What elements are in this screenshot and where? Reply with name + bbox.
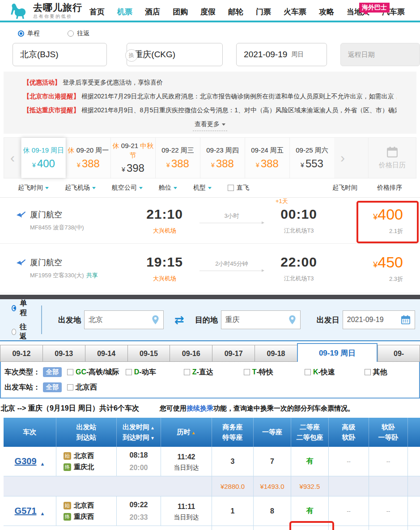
train-date-tab-0915[interactable]: 09-15 (127, 345, 170, 362)
date-tab-0925[interactable]: 09-25 周六 ¥553 (289, 138, 334, 178)
checkbox-icon[interactable] (365, 369, 371, 375)
train-date-tab-0914[interactable]: 09-14 (85, 345, 127, 362)
train-date-tab-0913[interactable]: 09-13 (42, 345, 85, 362)
type-t-checkbox[interactable]: T-特快 (244, 368, 273, 377)
type-k-checkbox[interactable]: K-快速 (305, 368, 335, 377)
checkbox-icon[interactable] (67, 369, 73, 375)
date-tab-0923[interactable]: 09-23 周四 ¥388 (200, 138, 245, 178)
train-link-g571[interactable]: G571 (15, 506, 37, 516)
flight-row-mf1959[interactable]: 厦门航空 MF1959 空客330(大)共享 19:15 大兴机场 2小时45分… (0, 244, 420, 293)
train-date-tab-0912[interactable]: 09-12 (0, 345, 42, 362)
train-to-input[interactable]: 重庆 (221, 310, 301, 329)
header-duration-sort[interactable]: 历时▲ (161, 418, 212, 447)
nav-groupon[interactable]: 团购 (173, 7, 188, 17)
direct-flight-checkbox[interactable]: 直飞 (228, 184, 249, 192)
checkbox-icon[interactable] (244, 369, 250, 375)
location-pin-icon (288, 315, 296, 325)
prev-dates-button[interactable]: ‹ (4, 138, 21, 178)
tab-day: 周四 (225, 146, 239, 154)
train-type-all-button[interactable]: 全部 (43, 367, 62, 377)
filter-aircraft[interactable]: 机型 (193, 184, 212, 192)
type-gc-checkbox[interactable]: GC-高铁/城际 (67, 368, 119, 377)
train-date-input[interactable]: 2021-09-19 (343, 310, 415, 329)
checkbox-icon[interactable] (184, 369, 190, 375)
next-dates-button[interactable]: › (334, 138, 351, 178)
flight-row-mf8455[interactable]: 厦门航空 MF8455 波音738(中) 21:10 大兴机场 3小时 +1天 … (0, 198, 420, 244)
type-other-checkbox[interactable]: 其他 (365, 368, 387, 377)
start-badge: 始 (64, 502, 71, 509)
price-block[interactable]: ¥450 2.3折 (373, 254, 403, 283)
date-tab-0924[interactable]: 09-24 周五 ¥388 (245, 138, 289, 178)
station-beijingxi-checkbox[interactable]: 北京西 (67, 383, 97, 392)
filter-departure-airport[interactable]: 起飞机场 (65, 184, 96, 192)
nav-cruise[interactable]: 邮轮 (228, 7, 243, 17)
round-trip-label: 往返 (77, 30, 89, 38)
checkbox-icon[interactable] (67, 384, 73, 390)
header-train-no[interactable]: 车次 (4, 418, 56, 447)
nav-home[interactable]: 首页 (89, 7, 105, 17)
nav-flights[interactable]: 机票 (117, 7, 132, 17)
filter-cabin[interactable]: 舱位 (159, 184, 177, 192)
radio-unselected-icon[interactable] (12, 329, 16, 335)
overseas-bus-badge[interactable]: 海外巴士 (359, 3, 390, 13)
train-station-all-button[interactable]: 全部 (43, 382, 62, 392)
date-tab-0919[interactable]: 休 09-19 周日 ¥400 (21, 138, 66, 178)
train-date-tab-0917[interactable]: 09-17 (212, 345, 255, 362)
radio-selected-icon[interactable] (18, 30, 24, 37)
date-tab-0921[interactable]: 休 09-21 中秋节 ¥398 (110, 138, 155, 178)
header-times-sort[interactable]: 出发时间▲ 到达时间▼ (117, 418, 161, 447)
arrival-airport: 江北机场T3 (269, 275, 328, 283)
nav-guides[interactable]: 攻略 (319, 7, 334, 17)
checkbox-icon[interactable] (228, 185, 234, 191)
nav-hotel[interactable]: 酒店 (145, 7, 160, 17)
swap-cities-button[interactable]: 换 (125, 49, 138, 62)
type-d-checkbox[interactable]: D-动车 (126, 368, 156, 377)
nav-vacation[interactable]: 度假 (200, 7, 216, 17)
train-from-input[interactable]: 北京 (84, 310, 164, 329)
date-tab-0922[interactable]: 09-22 周三 ¥388 (155, 138, 200, 178)
round-trip-radio[interactable]: 往返 (68, 30, 89, 38)
currency-symbol: ¥ (77, 161, 81, 169)
arrival-city-input[interactable]: 重庆(CKG) (127, 43, 223, 66)
train-date-tab-partial[interactable]: 09- (378, 345, 420, 362)
partial-cell (408, 447, 420, 476)
expand-triangle-icon[interactable]: ▲ (40, 511, 45, 516)
train-swap-icon[interactable]: ⇄ (174, 313, 184, 327)
train-date-tab-0916[interactable]: 09-16 (170, 345, 212, 362)
show-more-button[interactable]: 查看更多 (193, 120, 227, 131)
checkbox-icon[interactable] (126, 369, 132, 375)
nav-attraction-tickets[interactable]: 门票 (256, 7, 271, 17)
radio-unselected-icon[interactable] (68, 30, 74, 37)
return-date-input[interactable]: 返程日期 (340, 43, 420, 66)
departure-city-input[interactable]: 北京(BJS) (13, 43, 107, 66)
nav-train-tickets[interactable]: 火车票 (284, 7, 306, 17)
sort-asc-icon[interactable]: ▲ (150, 425, 155, 430)
one-way-radio[interactable]: 单程 (18, 30, 40, 38)
tab-price: 388 (82, 157, 100, 170)
transfer-link[interactable]: 接续换乘 (187, 404, 213, 412)
train-date-tab-0918[interactable]: 09-18 (255, 345, 297, 362)
train-link-g309[interactable]: G309 (15, 456, 37, 466)
filter-departure-time[interactable]: 起飞时间 (18, 184, 49, 192)
train-one-way-radio[interactable]: 单程 (12, 299, 29, 318)
qunar-logo[interactable]: 去哪儿旅行 总有你要的低价 (7, 2, 82, 21)
calendar-icon (386, 146, 398, 158)
main-nav: 首页 机票 酒店 团购 度假 邮轮 门票 火车票 攻略 当地人 汽车票 (89, 7, 405, 17)
type-z-checkbox[interactable]: Z-直达 (184, 368, 213, 377)
expand-triangle-icon[interactable]: ▲ (40, 461, 45, 466)
train-round-trip-radio[interactable]: 往返 (12, 322, 29, 341)
sort-desc-icon[interactable]: ▼ (150, 436, 155, 441)
sort-asc-active-icon[interactable]: ▲ (191, 430, 196, 435)
train-date-tab-0919-selected[interactable]: 09-19 周日 (297, 343, 378, 362)
departure-date-input[interactable]: 2021-09-19 周日 (236, 43, 327, 66)
sort-by-price[interactable]: 价格排序 (377, 184, 402, 192)
price-calendar-button[interactable]: 价格日历 (368, 138, 416, 178)
date-tab-0920[interactable]: 休 09-20 周一 ¥388 (66, 138, 110, 178)
checkbox-icon[interactable] (305, 369, 311, 375)
sort-by-time[interactable]: 起飞时间 (332, 184, 357, 192)
filter-airline[interactable]: 航空公司 (112, 184, 143, 192)
price-block[interactable]: ¥400 2.1折 (373, 206, 403, 235)
header-stations[interactable]: 出发站到达站 (56, 418, 117, 447)
train-type-filter-row: 车次类型： 全部 GC-高铁/城际 D-动车 Z-直达 T-特快 K-快速 其他 (4, 366, 417, 378)
radio-selected-icon[interactable] (12, 305, 16, 311)
